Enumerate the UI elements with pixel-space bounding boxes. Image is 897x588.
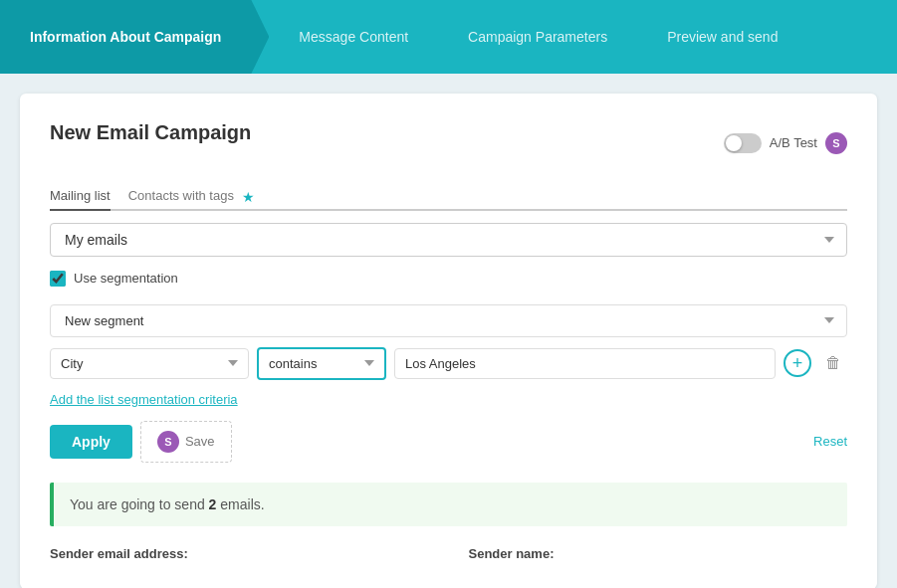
page-title: New Email Campaign — [50, 121, 251, 144]
use-segmentation-row: Use segmentation — [50, 271, 847, 287]
trash-icon: 🗑 — [825, 354, 841, 372]
ab-test-badge[interactable]: S — [825, 132, 847, 154]
action-row-left: Apply S Save — [50, 421, 232, 463]
tab-params[interactable]: Campaign Parameters — [438, 0, 637, 74]
action-row: Apply S Save Reset — [50, 421, 847, 463]
sender-name-field: Sender name: — [469, 546, 848, 561]
ab-test-toggle[interactable] — [724, 133, 762, 153]
tab-preview[interactable]: Preview and send — [637, 0, 807, 74]
tab-message[interactable]: Message Content — [269, 0, 438, 74]
segment-select[interactable]: New segment — [50, 304, 847, 337]
criteria-field-select[interactable]: City Email Name Country — [50, 348, 249, 379]
ab-test-row: A/B Test S — [724, 132, 847, 154]
mailing-tab-contacts[interactable]: Contacts with tags ★ — [128, 184, 255, 211]
save-badge: S — [157, 431, 179, 453]
use-segmentation-checkbox[interactable] — [50, 271, 66, 287]
reset-link[interactable]: Reset — [813, 434, 847, 449]
sender-name-label: Sender name: — [469, 546, 848, 561]
delete-criteria-button[interactable]: 🗑 — [819, 349, 847, 377]
sender-email-label: Sender email address: — [50, 546, 429, 561]
add-criteria-button[interactable]: + — [784, 349, 811, 377]
mailing-tab-list[interactable]: Mailing list — [50, 184, 111, 211]
email-count: 2 — [209, 496, 217, 512]
criteria-value-input[interactable] — [394, 348, 776, 379]
mailing-tabs: Mailing list Contacts with tags ★ — [50, 184, 847, 211]
header-nav: Information About Campaign Message Conte… — [0, 0, 897, 74]
star-icon: ★ — [242, 189, 255, 205]
mailing-list-select[interactable]: My emails — [50, 223, 847, 257]
main-content: New Email Campaign A/B Test S Mailing li… — [0, 74, 897, 588]
save-button[interactable]: S Save — [140, 421, 232, 463]
tab-info[interactable]: Information About Campaign — [0, 0, 269, 74]
info-banner: You are going to send 2 emails. — [50, 483, 847, 526]
criteria-operator-select[interactable]: contains equals starts with ends with — [257, 347, 386, 380]
criteria-row: City Email Name Country contains equals … — [50, 347, 847, 380]
ab-test-label: A/B Test — [770, 135, 817, 150]
add-criteria-link[interactable]: Add the list segmentation criteria — [50, 392, 847, 407]
campaign-card: New Email Campaign A/B Test S Mailing li… — [20, 94, 877, 588]
toggle-knob — [726, 135, 742, 151]
sender-row: Sender email address: Sender name: — [50, 546, 847, 561]
title-row: New Email Campaign A/B Test S — [50, 121, 847, 164]
apply-button[interactable]: Apply — [50, 425, 132, 459]
sender-email-field: Sender email address: — [50, 546, 429, 561]
use-segmentation-label[interactable]: Use segmentation — [74, 271, 178, 286]
